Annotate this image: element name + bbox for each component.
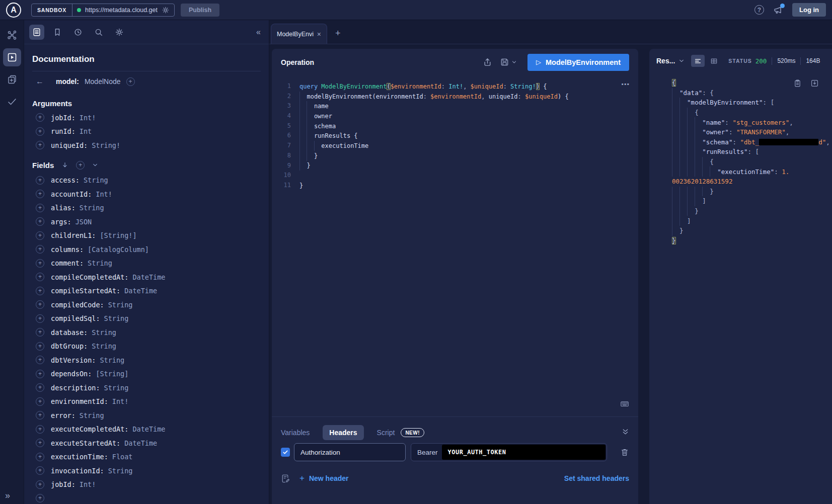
- shared-headers-doc-icon[interactable]: [281, 474, 290, 483]
- save-icon[interactable]: [500, 57, 509, 67]
- add-field-icon[interactable]: +: [36, 190, 44, 198]
- add-field-icon[interactable]: +: [36, 141, 44, 149]
- add-field-icon[interactable]: +: [36, 425, 44, 434]
- add-field-icon[interactable]: +: [36, 273, 44, 281]
- apollo-logo[interactable]: A: [6, 3, 21, 18]
- add-all-fields-icon[interactable]: +: [76, 161, 85, 170]
- add-field-icon[interactable]: +: [36, 356, 44, 364]
- schema-graph-icon[interactable]: [7, 30, 17, 40]
- tab-headers[interactable]: Headers: [323, 425, 363, 440]
- field-row[interactable]: +childrenL1:[String!]: [32, 229, 261, 243]
- add-field-icon[interactable]: +: [36, 439, 44, 447]
- operation-tab[interactable]: ModelByEnvi... ×: [271, 24, 327, 44]
- field-row[interactable]: +executionTime:Float: [32, 450, 261, 464]
- add-field-icon[interactable]: +: [36, 231, 44, 240]
- search-icon[interactable]: [94, 28, 103, 37]
- saved-operations-icon[interactable]: [53, 28, 62, 37]
- field-row[interactable]: +access:String: [32, 174, 261, 188]
- field-row[interactable]: +compiledCode:String: [32, 298, 261, 312]
- add-field-icon[interactable]: +: [36, 113, 44, 122]
- add-field-icon[interactable]: +: [36, 397, 44, 406]
- announcements-icon[interactable]: [773, 5, 783, 15]
- add-field-icon[interactable]: +: [36, 453, 44, 461]
- copy-response-icon[interactable]: [793, 79, 802, 88]
- set-shared-headers-link[interactable]: Set shared headers: [564, 474, 629, 482]
- add-field-icon[interactable]: +: [36, 494, 44, 502]
- expand-rail-icon[interactable]: »: [5, 490, 9, 501]
- add-field-icon[interactable]: +: [36, 287, 44, 295]
- add-field-icon[interactable]: +: [36, 127, 44, 136]
- delete-header-icon[interactable]: [620, 448, 629, 457]
- publish-button[interactable]: Publish: [181, 4, 219, 17]
- add-field-icon[interactable]: +: [36, 245, 44, 254]
- add-field-icon[interactable]: +: [36, 300, 44, 309]
- field-row[interactable]: +dbtGroup:String: [32, 340, 261, 354]
- field-row[interactable]: +columns:[CatalogColumn]: [32, 242, 261, 257]
- help-icon[interactable]: ?: [754, 5, 764, 15]
- download-response-icon[interactable]: [810, 79, 819, 88]
- argument-row[interactable]: +runId:Int: [32, 125, 261, 139]
- argument-row[interactable]: +uniqueId:String!: [32, 138, 261, 152]
- add-field-icon[interactable]: +: [36, 342, 44, 351]
- add-field-icon[interactable]: +: [36, 466, 44, 475]
- field-row[interactable]: +args:JSON: [32, 215, 261, 229]
- close-tab-icon[interactable]: ×: [317, 30, 321, 38]
- field-row[interactable]: +compiledSql:String: [32, 312, 261, 326]
- add-field-icon[interactable]: +: [36, 314, 44, 323]
- sandbox-pages-icon[interactable]: [7, 74, 17, 85]
- editor-more-icon[interactable]: ⋯: [621, 79, 629, 89]
- field-row[interactable]: +accountId:Int!: [32, 187, 261, 201]
- field-row[interactable]: +executeStartedAt:DateTime: [32, 436, 261, 450]
- graphql-code[interactable]: query ModelByEnvironment($environmentId:…: [299, 81, 569, 416]
- tab-variables[interactable]: Variables: [281, 429, 310, 437]
- field-row[interactable]: +comment:String: [32, 257, 261, 271]
- field-row[interactable]: +compileStartedAt:DateTime: [32, 284, 261, 298]
- add-field-icon[interactable]: +: [36, 411, 44, 419]
- add-field-icon[interactable]: +: [36, 217, 44, 226]
- tab-script[interactable]: Script: [377, 429, 395, 437]
- add-field-icon[interactable]: +: [36, 370, 44, 378]
- field-row[interactable]: +alias:String: [32, 201, 261, 215]
- history-icon[interactable]: [73, 28, 83, 37]
- field-row[interactable]: +description:String: [32, 381, 261, 395]
- response-json[interactable]: {"data": {"modelByEnvironment": [{"name"…: [672, 78, 832, 245]
- save-operation-group[interactable]: [500, 57, 517, 67]
- share-operation-icon[interactable]: [483, 57, 492, 67]
- field-row[interactable]: +jobId:Int!: [32, 478, 261, 492]
- add-field-icon[interactable]: +: [36, 176, 44, 185]
- type-name[interactable]: ModelNode: [85, 77, 121, 86]
- run-operation-button[interactable]: ▷ ModelByEnvironment: [527, 54, 629, 71]
- endpoint-settings-icon[interactable]: [162, 6, 170, 14]
- field-row[interactable]: +environmentId:Int!: [32, 395, 261, 409]
- new-header-button[interactable]: + New header: [299, 473, 349, 483]
- add-field-icon[interactable]: +: [36, 328, 44, 337]
- add-tab-icon[interactable]: +: [335, 28, 341, 39]
- explorer-icon[interactable]: [3, 48, 21, 66]
- endpoint-url-input[interactable]: https://metadata.cloud.get: [72, 4, 174, 16]
- keyboard-shortcuts-icon[interactable]: [619, 399, 630, 408]
- field-row[interactable]: +error:String: [32, 408, 261, 423]
- checks-icon[interactable]: [7, 97, 17, 107]
- sort-fields-icon[interactable]: [61, 161, 68, 169]
- table-view-icon[interactable]: [707, 55, 721, 67]
- add-type-icon[interactable]: +: [126, 77, 135, 86]
- add-field-icon[interactable]: +: [36, 383, 44, 392]
- argument-row[interactable]: +jobId:Int!: [32, 111, 261, 125]
- add-field-icon[interactable]: +: [36, 480, 44, 489]
- collapse-panel-icon[interactable]: [622, 428, 629, 436]
- add-field-icon[interactable]: +: [36, 259, 44, 268]
- auth-token-value[interactable]: YOUR_AUTH_TOKEN: [442, 445, 606, 460]
- collapse-docs-icon[interactable]: «: [256, 28, 261, 37]
- documentation-tab-icon[interactable]: [29, 25, 44, 40]
- header-enabled-checkbox[interactable]: [281, 448, 290, 457]
- chevron-down-icon[interactable]: [92, 162, 98, 168]
- response-chevron-icon[interactable]: [678, 58, 685, 64]
- field-row[interactable]: +database:String: [32, 325, 261, 340]
- back-icon[interactable]: ←: [36, 77, 44, 86]
- field-row[interactable]: +executeCompletedAt:DateTime: [32, 423, 261, 437]
- save-chevron-icon[interactable]: [511, 59, 517, 65]
- field-row[interactable]: +invocationId:String: [32, 464, 261, 478]
- raw-view-icon[interactable]: [691, 55, 705, 67]
- header-key-input[interactable]: Authorization: [294, 443, 406, 461]
- field-row[interactable]: +dbtVersion:String: [32, 353, 261, 367]
